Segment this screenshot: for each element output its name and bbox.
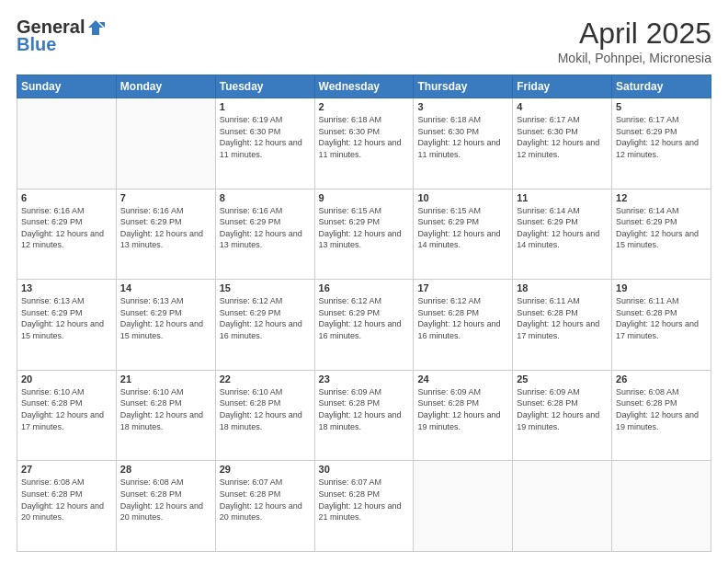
day-number: 30	[319, 464, 410, 475]
calendar-cell: 19Sunrise: 6:11 AM Sunset: 6:28 PM Dayli…	[612, 280, 711, 371]
day-info: Sunrise: 6:11 AM Sunset: 6:28 PM Dayligh…	[616, 295, 707, 341]
day-number: 12	[616, 192, 707, 203]
day-info: Sunrise: 6:07 AM Sunset: 6:28 PM Dayligh…	[319, 477, 410, 523]
logo-bird-icon	[86, 18, 105, 37]
calendar-cell: 8Sunrise: 6:16 AM Sunset: 6:29 PM Daylig…	[215, 189, 314, 280]
day-number: 26	[616, 373, 707, 385]
day-of-week-header: Saturday	[612, 75, 711, 98]
day-info: Sunrise: 6:15 AM Sunset: 6:29 PM Dayligh…	[319, 205, 410, 251]
calendar-cell: 15Sunrise: 6:12 AM Sunset: 6:29 PM Dayli…	[215, 280, 314, 371]
calendar-header-row: SundayMondayTuesdayWednesdayThursdayFrid…	[17, 75, 711, 98]
day-number: 16	[319, 282, 410, 293]
calendar-cell: 1Sunrise: 6:19 AM Sunset: 6:30 PM Daylig…	[215, 98, 314, 190]
day-number: 18	[517, 282, 608, 293]
day-number: 5	[616, 101, 707, 112]
logo-blue: Blue	[17, 34, 56, 55]
day-info: Sunrise: 6:09 AM Sunset: 6:28 PM Dayligh…	[319, 386, 410, 432]
calendar-cell: 14Sunrise: 6:13 AM Sunset: 6:29 PM Dayli…	[116, 280, 215, 371]
calendar-cell: 28Sunrise: 6:08 AM Sunset: 6:28 PM Dayli…	[116, 461, 215, 552]
day-number: 27	[21, 464, 112, 475]
day-number: 10	[417, 192, 508, 203]
day-info: Sunrise: 6:16 AM Sunset: 6:29 PM Dayligh…	[21, 205, 112, 251]
logo: General Blue	[17, 17, 105, 55]
day-info: Sunrise: 6:07 AM Sunset: 6:28 PM Dayligh…	[220, 477, 311, 523]
calendar-table: SundayMondayTuesdayWednesdayThursdayFrid…	[17, 75, 711, 552]
day-info: Sunrise: 6:10 AM Sunset: 6:28 PM Dayligh…	[220, 386, 311, 432]
day-number: 11	[517, 192, 608, 203]
calendar-cell: 23Sunrise: 6:09 AM Sunset: 6:28 PM Dayli…	[314, 370, 414, 461]
day-info: Sunrise: 6:12 AM Sunset: 6:29 PM Dayligh…	[220, 295, 311, 341]
day-number: 13	[21, 282, 112, 293]
day-info: Sunrise: 6:14 AM Sunset: 6:29 PM Dayligh…	[616, 205, 707, 251]
calendar-cell: 9Sunrise: 6:15 AM Sunset: 6:29 PM Daylig…	[314, 189, 414, 280]
day-info: Sunrise: 6:11 AM Sunset: 6:28 PM Dayligh…	[517, 295, 608, 341]
day-info: Sunrise: 6:19 AM Sunset: 6:30 PM Dayligh…	[220, 114, 311, 160]
day-of-week-header: Monday	[116, 75, 215, 98]
day-number: 20	[21, 373, 112, 385]
day-info: Sunrise: 6:17 AM Sunset: 6:29 PM Dayligh…	[616, 114, 707, 160]
calendar-cell	[414, 461, 513, 552]
day-info: Sunrise: 6:12 AM Sunset: 6:29 PM Dayligh…	[319, 295, 410, 341]
day-info: Sunrise: 6:17 AM Sunset: 6:30 PM Dayligh…	[517, 114, 608, 160]
day-number: 19	[616, 282, 707, 293]
calendar-cell: 5Sunrise: 6:17 AM Sunset: 6:29 PM Daylig…	[612, 98, 711, 190]
day-number: 6	[21, 192, 112, 203]
day-of-week-header: Sunday	[17, 75, 117, 98]
day-info: Sunrise: 6:08 AM Sunset: 6:28 PM Dayligh…	[21, 477, 112, 523]
day-of-week-header: Thursday	[414, 75, 513, 98]
calendar-cell: 18Sunrise: 6:11 AM Sunset: 6:28 PM Dayli…	[513, 280, 612, 371]
calendar-cell: 4Sunrise: 6:17 AM Sunset: 6:30 PM Daylig…	[513, 98, 612, 190]
day-number: 2	[319, 101, 410, 112]
day-number: 29	[220, 464, 311, 475]
day-number: 23	[319, 373, 410, 385]
day-info: Sunrise: 6:18 AM Sunset: 6:30 PM Dayligh…	[417, 114, 508, 160]
calendar-cell: 26Sunrise: 6:08 AM Sunset: 6:28 PM Dayli…	[612, 370, 711, 461]
calendar-cell: 7Sunrise: 6:16 AM Sunset: 6:29 PM Daylig…	[116, 189, 215, 280]
calendar-cell	[116, 98, 215, 190]
calendar-cell: 29Sunrise: 6:07 AM Sunset: 6:28 PM Dayli…	[215, 461, 314, 552]
day-number: 1	[220, 101, 311, 112]
calendar-cell: 20Sunrise: 6:10 AM Sunset: 6:28 PM Dayli…	[17, 370, 117, 461]
calendar-cell: 24Sunrise: 6:09 AM Sunset: 6:28 PM Dayli…	[414, 370, 513, 461]
day-number: 22	[220, 373, 311, 385]
day-info: Sunrise: 6:09 AM Sunset: 6:28 PM Dayligh…	[417, 386, 508, 432]
calendar-cell: 27Sunrise: 6:08 AM Sunset: 6:28 PM Dayli…	[17, 461, 117, 552]
calendar-week-row: 13Sunrise: 6:13 AM Sunset: 6:29 PM Dayli…	[17, 280, 711, 371]
header: General Blue April 2025 Mokil, Pohnpei, …	[17, 17, 711, 65]
day-number: 28	[120, 464, 211, 475]
location: Mokil, Pohnpei, Micronesia	[558, 51, 711, 65]
day-info: Sunrise: 6:12 AM Sunset: 6:28 PM Dayligh…	[417, 295, 508, 341]
calendar-cell: 22Sunrise: 6:10 AM Sunset: 6:28 PM Dayli…	[215, 370, 314, 461]
day-number: 25	[517, 373, 608, 385]
day-number: 21	[120, 373, 211, 385]
page: General Blue April 2025 Mokil, Pohnpei, …	[0, 0, 728, 563]
day-info: Sunrise: 6:16 AM Sunset: 6:29 PM Dayligh…	[220, 205, 311, 251]
calendar-cell: 10Sunrise: 6:15 AM Sunset: 6:29 PM Dayli…	[414, 189, 513, 280]
day-info: Sunrise: 6:18 AM Sunset: 6:30 PM Dayligh…	[319, 114, 410, 160]
day-number: 9	[319, 192, 410, 203]
calendar-week-row: 1Sunrise: 6:19 AM Sunset: 6:30 PM Daylig…	[17, 98, 711, 190]
day-number: 17	[417, 282, 508, 293]
day-of-week-header: Friday	[513, 75, 612, 98]
day-info: Sunrise: 6:10 AM Sunset: 6:28 PM Dayligh…	[120, 386, 211, 432]
calendar-cell: 13Sunrise: 6:13 AM Sunset: 6:29 PM Dayli…	[17, 280, 117, 371]
calendar-cell: 11Sunrise: 6:14 AM Sunset: 6:29 PM Dayli…	[513, 189, 612, 280]
day-number: 8	[220, 192, 311, 203]
day-of-week-header: Tuesday	[215, 75, 314, 98]
day-number: 3	[417, 101, 508, 112]
day-info: Sunrise: 6:14 AM Sunset: 6:29 PM Dayligh…	[517, 205, 608, 251]
calendar-cell: 25Sunrise: 6:09 AM Sunset: 6:28 PM Dayli…	[513, 370, 612, 461]
day-info: Sunrise: 6:13 AM Sunset: 6:29 PM Dayligh…	[21, 295, 112, 341]
calendar-cell	[17, 98, 117, 190]
day-number: 24	[417, 373, 508, 385]
day-info: Sunrise: 6:16 AM Sunset: 6:29 PM Dayligh…	[120, 205, 211, 251]
day-number: 7	[120, 192, 211, 203]
calendar-cell: 21Sunrise: 6:10 AM Sunset: 6:28 PM Dayli…	[116, 370, 215, 461]
calendar-cell: 12Sunrise: 6:14 AM Sunset: 6:29 PM Dayli…	[612, 189, 711, 280]
day-number: 14	[120, 282, 211, 293]
day-number: 4	[517, 101, 608, 112]
title-block: April 2025 Mokil, Pohnpei, Micronesia	[558, 17, 711, 65]
calendar-cell: 2Sunrise: 6:18 AM Sunset: 6:30 PM Daylig…	[314, 98, 414, 190]
day-info: Sunrise: 6:09 AM Sunset: 6:28 PM Dayligh…	[517, 386, 608, 432]
day-info: Sunrise: 6:08 AM Sunset: 6:28 PM Dayligh…	[616, 386, 707, 432]
